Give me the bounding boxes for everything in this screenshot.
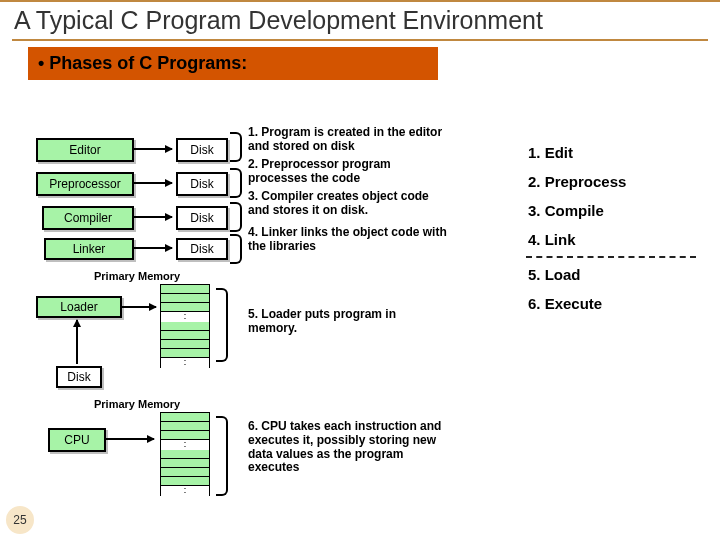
desc-2: 2. Preprocessor program processes the co… — [248, 158, 448, 186]
desc-3: 3. Compiler creates object code and stor… — [248, 190, 448, 218]
preprocessor-box: Preprocessor — [36, 172, 134, 196]
phases-bar: • Phases of C Programs: — [28, 47, 438, 80]
diagram-area: Editor Preprocessor Compiler Linker Disk… — [30, 138, 700, 523]
disk-2: Disk — [176, 172, 228, 196]
brace-1 — [230, 132, 242, 162]
slide-header: A Typical C Program Development Environm… — [0, 0, 720, 37]
page-number: 25 — [6, 506, 34, 534]
phase-list: 1. Edit 2. Preprocess 3. Compile 4. Link… — [526, 138, 696, 318]
primary-memory-1: ⋮ ⋮ — [160, 284, 210, 368]
arrow-cpu-mem — [106, 438, 154, 440]
desc-4: 4. Linker links the object code with the… — [248, 226, 448, 254]
disk-5: Disk — [56, 366, 102, 388]
brace-3 — [230, 202, 242, 232]
desc-5: 5. Loader puts program in memory. — [248, 308, 448, 336]
arrow-loader-mem — [122, 306, 156, 308]
phase-execute: 6. Execute — [526, 289, 696, 318]
linker-box: Linker — [44, 238, 134, 260]
title-underline — [12, 39, 708, 41]
brace-4 — [230, 234, 242, 264]
phase-link: 4. Link — [526, 225, 696, 254]
arrow-compiler-disk — [134, 216, 172, 218]
editor-box: Editor — [36, 138, 134, 162]
memory-label-1: Primary Memory — [94, 270, 180, 282]
brace-6 — [216, 416, 228, 496]
phase-divider — [526, 256, 696, 258]
arrow-editor-disk — [134, 148, 172, 150]
brace-2 — [230, 168, 242, 198]
disk-3: Disk — [176, 206, 228, 230]
brace-5 — [216, 288, 228, 362]
desc-1: 1. Program is created in the editor and … — [248, 126, 448, 154]
primary-memory-2: ⋮ ⋮ — [160, 412, 210, 496]
desc-6: 6. CPU takes each instruction and execut… — [248, 420, 458, 475]
phase-load: 5. Load — [526, 260, 696, 289]
compiler-box: Compiler — [42, 206, 134, 230]
memory-label-2: Primary Memory — [94, 398, 180, 410]
phase-preprocess: 2. Preprocess — [526, 167, 696, 196]
disk-1: Disk — [176, 138, 228, 162]
arrow-linker-disk — [134, 247, 172, 249]
phase-edit: 1. Edit — [526, 138, 696, 167]
loader-box: Loader — [36, 296, 122, 318]
cpu-box: CPU — [48, 428, 106, 452]
slide-title: A Typical C Program Development Environm… — [14, 6, 708, 35]
arrow-disk-loader — [76, 320, 78, 364]
disk-4: Disk — [176, 238, 228, 260]
phase-compile: 3. Compile — [526, 196, 696, 225]
arrow-preproc-disk — [134, 182, 172, 184]
